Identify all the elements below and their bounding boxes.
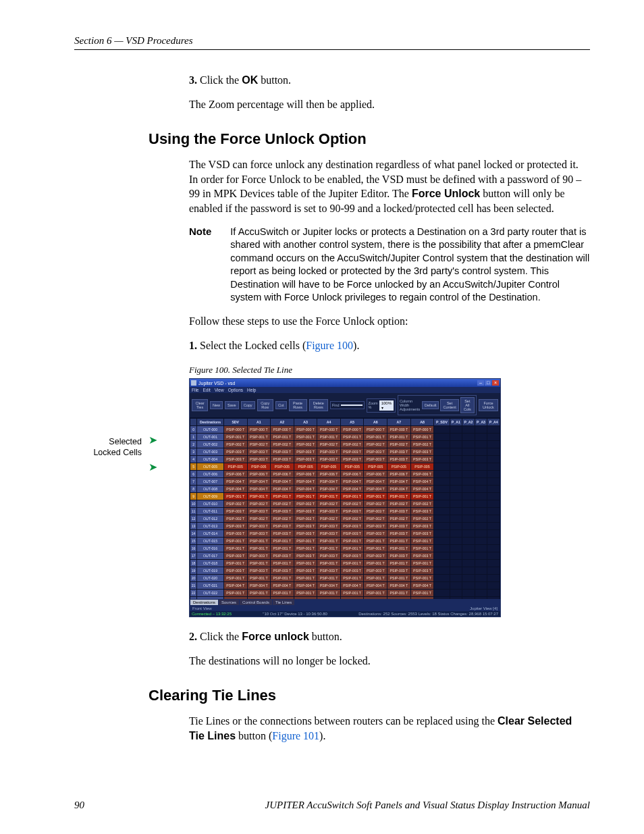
toolbar-save[interactable]: Save [225, 401, 239, 409]
menu-view[interactable]: View [215, 388, 224, 392]
table-row[interactable]: 0OUT-000PSIP-000 TPSIP-000 TPSIP-000 TPS… [190, 426, 500, 434]
data-cell[interactable]: PSIP-006 T [387, 471, 411, 478]
data-cell[interactable]: PSIP-003 T [410, 523, 434, 530]
dest-cell[interactable]: OUT-017 [197, 552, 224, 560]
data-cell[interactable]: PSIP-001 T [410, 434, 434, 441]
row-index[interactable]: 17 [190, 552, 197, 560]
col-A2[interactable]: A2 [271, 419, 294, 426]
data-cell[interactable]: PSIP-004 T [410, 597, 434, 600]
data-cell[interactable]: PSIP-003 T [410, 530, 434, 538]
data-cell[interactable]: PSIP-004 T [271, 478, 294, 486]
data-cell[interactable]: PSIP-001 T [317, 545, 341, 552]
data-cell[interactable]: PSIP-001 T [223, 538, 247, 545]
data-cell[interactable]: PSIP-003 T [294, 530, 317, 538]
data-cell[interactable]: PSIP-000 T [271, 426, 294, 434]
titlebar[interactable]: Jupiter VSD - vsd – □ × [190, 379, 500, 387]
data-cell[interactable]: PSIP-003 T [247, 448, 271, 456]
table-row[interactable]: 6OUT-006PSIP-006 TPSIP-006 TPSIP-006 TPS… [190, 471, 500, 478]
data-cell[interactable]: PSIP-004 T [317, 486, 341, 493]
data-cell[interactable]: PSIP-003 T [340, 448, 364, 456]
data-cell[interactable]: PSIP-001 T [410, 575, 434, 582]
toolbar-paste-rows[interactable]: Paste Rows [289, 399, 307, 411]
table-row[interactable]: 23OUT-023PSIP-004 TPSIP-004 TPSIP-004 TP… [190, 597, 500, 600]
data-cell[interactable]: PSIP-003 T [294, 523, 317, 530]
data-cell[interactable]: PSIP-001 T [340, 493, 364, 500]
data-cell[interactable]: PSIP-000 T [247, 426, 271, 434]
data-cell[interactable]: PSIP-003 T [387, 530, 411, 538]
data-cell[interactable]: PSIP-003 T [247, 523, 271, 530]
col-A7[interactable]: A7 [387, 419, 411, 426]
col-P_SDV[interactable]: P_SDV [434, 419, 450, 426]
data-cell[interactable]: PSIP-004 T [223, 597, 247, 600]
row-index[interactable]: 13 [190, 523, 197, 530]
dest-cell[interactable]: OUT-019 [197, 567, 224, 575]
data-cell[interactable]: PSIP-001 T [223, 434, 247, 441]
dest-cell[interactable]: OUT-006 [197, 471, 224, 478]
toolbar-copy-row[interactable]: Copy Row [257, 399, 273, 411]
data-cell[interactable]: PSIP-002 T [317, 515, 341, 523]
data-cell[interactable]: PSIP-003 T [271, 456, 294, 463]
data-cell[interactable]: PSIP-005 [364, 463, 387, 471]
data-cell[interactable]: PSIP-001 T [271, 575, 294, 582]
data-cell[interactable]: PSIP-004 T [340, 582, 364, 590]
col-P_A4[interactable]: P_A4 [487, 419, 500, 426]
data-cell[interactable]: PSIP-001 T [387, 575, 411, 582]
row-index[interactable]: 5 [190, 463, 197, 471]
data-cell[interactable]: PSIP-004 T [387, 478, 411, 486]
data-cell[interactable]: PSIP-001 T [317, 493, 341, 500]
data-cell[interactable]: PSIP-000 T [223, 426, 247, 434]
data-cell[interactable]: PSIP-004 T [317, 597, 341, 600]
table-row[interactable]: 22OUT-022PSIP-001 TPSIP-001 TPSIP-001 TP… [190, 590, 500, 597]
data-cell[interactable]: PSIP-001 T [387, 545, 411, 552]
data-cell[interactable]: PSIP-002 T [294, 441, 317, 448]
row-index[interactable]: 18 [190, 560, 197, 567]
data-cell[interactable]: PSIP-001 T [294, 560, 317, 567]
data-cell[interactable]: PSIP-005 [294, 463, 317, 471]
data-cell[interactable]: PSIP-004 T [364, 486, 387, 493]
data-cell[interactable]: PSIP-001 T [340, 575, 364, 582]
data-cell[interactable]: PSIP-002 T [247, 500, 271, 508]
data-cell[interactable]: PSIP-001 T [317, 538, 341, 545]
data-cell[interactable]: PSIP-006 T [294, 471, 317, 478]
col-A8[interactable]: A8 [410, 419, 434, 426]
row-index[interactable]: 3 [190, 448, 197, 456]
data-cell[interactable]: PSIP-001 T [294, 493, 317, 500]
maximize-button[interactable]: □ [485, 380, 491, 386]
table-row[interactable]: 18OUT-018PSIP-001 TPSIP-001 TPSIP-001 TP… [190, 560, 500, 567]
data-cell[interactable]: PSIP-005 [410, 463, 434, 471]
data-cell[interactable]: PSIP-003 T [317, 567, 341, 575]
table-row[interactable]: 11OUT-011PSIP-003 TPSIP-003 TPSIP-003 TP… [190, 508, 500, 515]
data-cell[interactable]: PSIP-001 T [340, 590, 364, 597]
data-cell[interactable]: PSIP-005 [317, 463, 341, 471]
data-cell[interactable]: PSIP-001 T [364, 538, 387, 545]
data-cell[interactable]: PSIP-003 T [271, 530, 294, 538]
tab-control-boards[interactable]: Control Boards [240, 600, 272, 605]
data-cell[interactable]: PSIP-001 T [340, 545, 364, 552]
menu-file[interactable]: File [192, 388, 198, 392]
row-index[interactable]: 8 [190, 486, 197, 493]
data-cell[interactable]: PSIP-003 T [387, 448, 411, 456]
data-cell[interactable]: PSIP-002 T [410, 441, 434, 448]
table-row[interactable]: 17OUT-017PSIP-003 TPSIP-003 TPSIP-003 TP… [190, 552, 500, 560]
destinations-grid[interactable]: DestinationsSDVA1A2A3A4A5A6A7A8P_SDVP_A1… [190, 418, 500, 599]
data-cell[interactable]: PSIP-003 T [223, 448, 247, 456]
data-cell[interactable]: PSIP-002 T [247, 515, 271, 523]
link-figure-101[interactable]: Figure 101 [272, 730, 319, 741]
data-cell[interactable]: PSIP-003 T [223, 508, 247, 515]
data-cell[interactable]: PSIP-003 T [247, 552, 271, 560]
data-cell[interactable]: PSIP-002 T [387, 515, 411, 523]
data-cell[interactable]: PSIP-003 T [364, 552, 387, 560]
data-cell[interactable]: PSIP-001 T [223, 545, 247, 552]
data-cell[interactable]: PSIP-003 T [271, 567, 294, 575]
data-cell[interactable]: PSIP-003 T [271, 508, 294, 515]
data-cell[interactable]: PSIP-003 T [294, 508, 317, 515]
col-A1[interactable]: A1 [247, 419, 271, 426]
data-cell[interactable]: PSIP-001 T [223, 493, 247, 500]
data-cell[interactable]: PSIP-002 T [271, 500, 294, 508]
data-cell[interactable]: PSIP-003 T [294, 448, 317, 456]
table-row[interactable]: 5OUT-005PSIP-005PSIP-005PSIP-005PSIP-005… [190, 463, 500, 471]
data-cell[interactable]: PSIP-003 T [410, 456, 434, 463]
data-cell[interactable]: PSIP-002 T [340, 500, 364, 508]
data-cell[interactable]: PSIP-002 T [271, 441, 294, 448]
menu-help[interactable]: Help [247, 388, 256, 392]
